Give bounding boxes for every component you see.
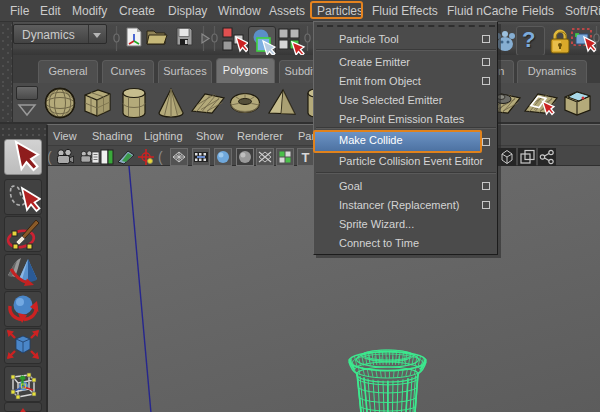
svg-text:T: T: [302, 150, 310, 165]
svg-text:(: (: [158, 149, 163, 165]
svg-text:(: (: [48, 149, 52, 165]
